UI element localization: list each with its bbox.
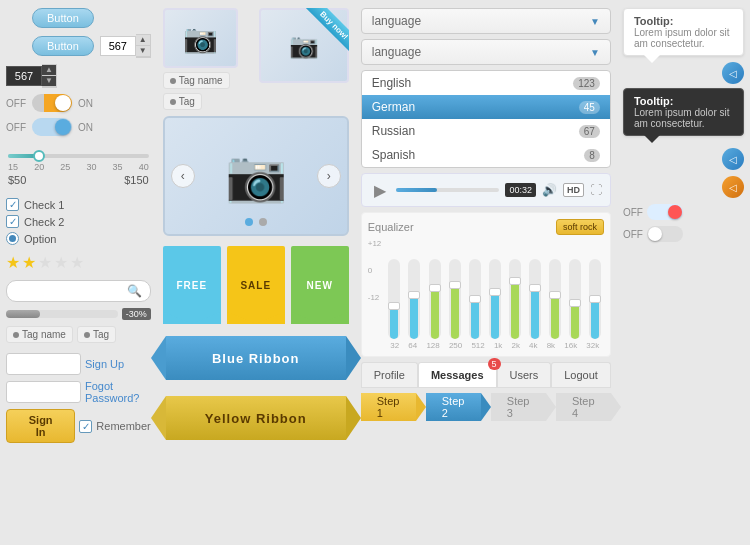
tag-small-1[interactable]: Tag name: [163, 72, 230, 89]
blue-ribbon-banner[interactable]: Blue Ribbon: [166, 336, 346, 380]
spinner-2-up[interactable]: ▲: [42, 65, 56, 76]
search-icon: 🔍: [127, 284, 142, 298]
eq-freq-labels: 32641282505121k2k4k8k16k32k: [368, 341, 604, 350]
tag-row-small: Tag name Tag: [163, 72, 251, 110]
mini-toggle-1[interactable]: [647, 204, 683, 220]
play-button[interactable]: ▶: [370, 180, 390, 200]
range-min: 15: [8, 162, 18, 172]
yellow-ribbon-banner[interactable]: Yellow Ribbon: [166, 396, 346, 440]
language-header-label: language: [372, 14, 421, 28]
password-input[interactable]: [6, 381, 81, 403]
spinner-1-down[interactable]: ▼: [136, 46, 150, 57]
eq-freq-32: 32: [390, 341, 399, 350]
ribbon-free[interactable]: FREE: [163, 246, 221, 324]
step-2[interactable]: Step 2: [426, 393, 481, 421]
check-1-box[interactable]: [6, 198, 19, 211]
star-2[interactable]: ★: [22, 253, 36, 272]
circle-btn-blue-2[interactable]: ◁: [722, 148, 744, 170]
button-1[interactable]: Button: [32, 8, 94, 28]
signin-button[interactable]: Sign In: [6, 409, 75, 443]
ribbon-sale[interactable]: SALE: [227, 246, 285, 324]
dot-1[interactable]: [245, 218, 253, 226]
eq-freq-250: 250: [449, 341, 462, 350]
tab-profile[interactable]: Profile: [361, 362, 418, 387]
carousel-next[interactable]: ›: [317, 164, 341, 188]
range-thumb[interactable]: [33, 150, 45, 162]
tag-2[interactable]: Tag: [77, 326, 116, 343]
star-1[interactable]: ★: [6, 253, 20, 272]
eq-db-labels: +12 0 -12: [368, 239, 382, 302]
toggle2-off-label: OFF: [6, 122, 26, 133]
ribbon-new[interactable]: NEW: [291, 246, 349, 324]
mini-toggle-2[interactable]: [647, 226, 683, 242]
eq-bar-32[interactable]: [386, 259, 403, 339]
eq-bar-32k[interactable]: [587, 259, 604, 339]
eq-bar-16k[interactable]: [567, 259, 584, 339]
eq-freq-4k: 4k: [529, 341, 537, 350]
circle-btn-blue[interactable]: ◁: [722, 62, 744, 84]
range-t1: 20: [34, 162, 44, 172]
carousel-prev[interactable]: ‹: [171, 164, 195, 188]
equalizer: Equalizer soft rock +12 0 -12 3264128250…: [361, 212, 611, 357]
eq-bar-2k[interactable]: [506, 259, 523, 339]
search-box[interactable]: 🔍: [6, 280, 151, 302]
player-progress[interactable]: [396, 188, 500, 192]
remember-check[interactable]: [79, 420, 92, 433]
tooltip-light: Tooltip: Lorem ipsum dolor sit am consec…: [623, 8, 744, 56]
spinner-2[interactable]: 567 ▲ ▼: [6, 64, 57, 88]
tab-messages[interactable]: Messages: [418, 362, 497, 387]
hd-badge[interactable]: HD: [563, 183, 584, 197]
star-rating[interactable]: ★ ★ ★ ★ ★: [6, 253, 151, 272]
spinner-2-down[interactable]: ▼: [42, 76, 56, 87]
lang-english[interactable]: English 123: [362, 71, 610, 95]
check-2-label: Check 2: [24, 216, 64, 228]
star-4[interactable]: ★: [54, 253, 68, 272]
spinner-1-up[interactable]: ▲: [136, 35, 150, 46]
radio-1[interactable]: [6, 232, 19, 245]
step-4[interactable]: Step 4: [556, 393, 611, 421]
carousel: ‹ 📷 ›: [163, 116, 349, 236]
scroll-thumb[interactable]: [6, 310, 40, 318]
lang-russian[interactable]: Russian 67: [362, 119, 610, 143]
ribbon-banners: FREE SALE NEW: [163, 246, 349, 324]
tab-logout[interactable]: Logout: [551, 362, 611, 387]
eq-bar-250[interactable]: [446, 259, 463, 339]
eq-bar-128[interactable]: [426, 259, 443, 339]
fullscreen-icon[interactable]: ⛶: [590, 183, 602, 197]
forgot-link[interactable]: Fogot Password?: [85, 380, 151, 404]
eq-bar-8k[interactable]: [547, 259, 564, 339]
circle-btn-orange[interactable]: ◁: [722, 176, 744, 198]
toggle-1[interactable]: [32, 94, 72, 112]
check-2-box[interactable]: [6, 215, 19, 228]
eq-bar-1k[interactable]: [486, 259, 503, 339]
language-list-dropdown[interactable]: language ▼: [361, 39, 611, 65]
scroll-track[interactable]: [6, 310, 118, 318]
dot-2[interactable]: [259, 218, 267, 226]
step-1[interactable]: Step 1: [361, 393, 416, 421]
language-header-dropdown[interactable]: language ▼: [361, 8, 611, 34]
toggle-2[interactable]: [32, 118, 72, 136]
spinner-2-value: 567: [6, 66, 42, 86]
spinner-1[interactable]: 567 ▲ ▼: [100, 34, 151, 58]
tag-1[interactable]: Tag name: [6, 326, 73, 343]
eq-freq-128: 128: [426, 341, 439, 350]
lang-german[interactable]: German 45: [362, 95, 610, 119]
star-5[interactable]: ★: [70, 253, 84, 272]
eq-bar-512[interactable]: [466, 259, 483, 339]
eq-freq-64: 64: [408, 341, 417, 350]
step-3[interactable]: Step 3: [491, 393, 546, 421]
lang-spanish[interactable]: Spanish 8: [362, 143, 610, 167]
tab-users[interactable]: Users: [497, 362, 552, 387]
camera-icon-small: 📷: [183, 22, 218, 55]
volume-icon[interactable]: 🔊: [542, 183, 557, 197]
eq-preset-btn[interactable]: soft rock: [556, 219, 604, 235]
signup-link[interactable]: Sign Up: [85, 358, 124, 370]
eq-bar-4k[interactable]: [527, 259, 544, 339]
eq-bar-64[interactable]: [406, 259, 423, 339]
button-2[interactable]: Button: [32, 36, 94, 56]
tag-small-2[interactable]: Tag: [163, 93, 202, 110]
star-3[interactable]: ★: [38, 253, 52, 272]
search-input[interactable]: [15, 285, 127, 297]
username-input[interactable]: [6, 353, 81, 375]
dropdown-arrow-2: ▼: [590, 47, 600, 58]
